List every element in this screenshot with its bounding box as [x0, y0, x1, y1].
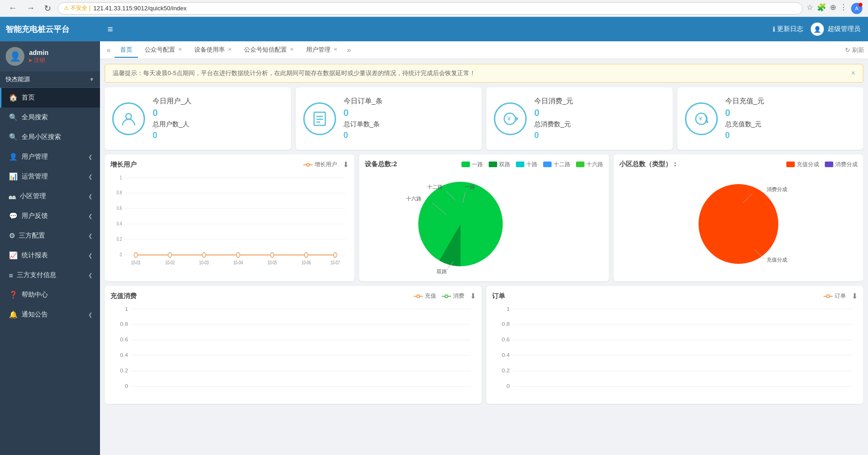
sidebar-user-avatar: 👤	[6, 47, 24, 66]
tab-sms-config-close[interactable]: ✕	[290, 46, 294, 53]
order-legend-item: 订单	[823, 292, 846, 300]
sidebar-item-community-search[interactable]: 🔍 全局小区搜索	[0, 127, 100, 147]
community-management-icon: 🏘	[9, 193, 16, 201]
header-user-button[interactable]: 👤 超级管理员	[811, 23, 860, 36]
user-management-icon: 👤	[9, 153, 18, 161]
notice-close-button[interactable]: ×	[851, 69, 855, 77]
device-pie-area: 十六路 十二路 一路 双路	[365, 172, 603, 276]
device-chart-header: 设备总数:2 一路 双路	[365, 160, 603, 169]
recharge-chart-download-button[interactable]: ⬇	[470, 292, 476, 301]
refresh-tab-button[interactable]: ↻ 刷新	[845, 46, 864, 54]
community-legend-recharge-label: 充值分成	[797, 161, 819, 169]
stat-total-value-users: 0	[153, 131, 192, 140]
stat-total-value-recharge: 0	[725, 131, 764, 140]
svg-point-29	[168, 253, 171, 257]
recharge-icon: ¥	[685, 102, 718, 135]
growth-chart-download-button[interactable]: ⬇	[343, 160, 349, 169]
stat-card-users: 今日用户_人 0 总用户数_人 0	[105, 87, 291, 150]
svg-text:1: 1	[125, 306, 128, 312]
device-chart-legend: 一路 双路 十路 十二	[461, 161, 603, 169]
device-legend-shuanglu-label: 双路	[499, 161, 510, 169]
tab-wechat-config-close[interactable]: ✕	[178, 46, 182, 53]
hamburger-menu-button[interactable]: ≡	[108, 24, 113, 35]
header-user-avatar: 👤	[811, 23, 824, 36]
update-log-button[interactable]: ℹ 更新日志	[773, 25, 803, 33]
order-chart-header: 订单 订单 ⬇	[492, 292, 858, 301]
sidebar-item-operations[interactable]: 📊 运营管理 ❮	[0, 167, 100, 186]
sidebar-item-home[interactable]: 🏠 首页	[0, 88, 100, 108]
org-arrow-icon: ▼	[89, 77, 94, 82]
header-right: ℹ 更新日志 👤 超级管理员	[773, 23, 860, 36]
profile-icon[interactable]: ⊕	[830, 3, 836, 14]
extensions-icon[interactable]: 🧩	[817, 3, 826, 14]
tab-device-usage[interactable]: 设备使用率 ✕	[189, 43, 238, 58]
sidebar-item-help[interactable]: ❓ 帮助中心	[0, 285, 100, 305]
svg-text:0.2: 0.2	[117, 236, 122, 242]
body-area: 温馨提示：每天凌晨0-5点期间，平台在进行数据统计分析，在此期间可能存在数据延时…	[100, 59, 868, 455]
top-header: ≡ ℹ 更新日志 👤 超级管理员	[100, 17, 868, 41]
menu-icon[interactable]: ⋮	[840, 3, 847, 14]
community-management-arrow-icon: ❮	[88, 193, 92, 200]
sidebar-org-selector[interactable]: 快杰能源 ▼	[0, 71, 100, 88]
svg-point-28	[134, 253, 138, 257]
tab-next-button[interactable]: »	[344, 44, 354, 56]
sidebar-item-statistics[interactable]: 📈 统计报表 ❮	[0, 246, 100, 265]
sidebar-item-feedback[interactable]: 💬 用户反馈 ❮	[0, 206, 100, 226]
sidebar-item-third-party-config[interactable]: ⚙ 三方配置 ❮	[0, 226, 100, 246]
order-chart-card: 订单 订单 ⬇	[486, 286, 863, 404]
sidebar: 智能充电桩云平台 👤 admin 注销 快杰能源 ▼ 🏠 首页 🔍	[0, 17, 100, 455]
forward-button[interactable]: →	[23, 2, 38, 14]
svg-point-32	[270, 253, 274, 257]
refresh-button[interactable]: ↻	[41, 2, 54, 15]
svg-text:0.6: 0.6	[117, 205, 122, 211]
tab-wechat-config[interactable]: 公众号配置 ✕	[139, 43, 188, 58]
browser-user-avatar[interactable]: A	[851, 3, 862, 14]
header-user-name: 超级管理员	[828, 25, 860, 33]
device-legend-yilu-label: 一路	[472, 161, 483, 169]
tab-device-usage-close[interactable]: ✕	[228, 46, 232, 53]
recharge-chart-title: 充值消费	[110, 292, 137, 301]
device-legend-yilu: 一路	[461, 161, 483, 169]
app-title: 智能充电桩云平台	[6, 24, 69, 35]
consumption-legend-line	[442, 296, 451, 297]
community-pie-chart-card: 小区总数（类型）： 充值分成 消费分成 消费分成	[614, 154, 863, 281]
sidebar-user-section: 👤 admin 注销	[0, 41, 100, 71]
sidebar-item-community-management[interactable]: 🏘 小区管理 ❮	[0, 186, 100, 206]
stat-value-today-users: 0	[153, 108, 192, 118]
main-content: ≡ ℹ 更新日志 👤 超级管理员 « 首页 公众号配置 ✕	[100, 17, 868, 455]
stat-value-today-recharge: 0	[725, 108, 764, 118]
stat-card-recharge: ¥ 今日充值_元 0 总充值数_元 0	[677, 87, 864, 150]
star-icon[interactable]: ☆	[807, 3, 813, 14]
stat-info-consumption: 今日消费_元 0 总消费数_元 0	[534, 97, 573, 140]
tab-prev-button[interactable]: «	[104, 44, 114, 56]
stat-label-today-users: 今日用户_人	[153, 97, 192, 106]
svg-text:1: 1	[120, 175, 122, 181]
tab-user-management-close[interactable]: ✕	[333, 46, 338, 53]
stat-total-label-users: 总用户数_人	[153, 120, 192, 129]
tab-sms-config[interactable]: 公众号短信配置 ✕	[238, 43, 300, 58]
tab-home[interactable]: 首页	[115, 43, 138, 58]
url-bar[interactable]: ⚠ 不安全 | 121.41.33.115:9012/quick50/index	[58, 2, 803, 15]
tab-user-management[interactable]: 用户管理 ✕	[300, 43, 343, 58]
recharge-chart-header: 充值消费 充值	[110, 292, 476, 301]
order-line-chart: 0 0.2 0.4 0.6 0.8 1	[492, 304, 858, 398]
sidebar-item-notification[interactable]: 🔔 通知公告 ❮	[0, 305, 100, 324]
tab-device-usage-label: 设备使用率	[194, 46, 225, 54]
svg-text:10-03: 10-03	[199, 260, 208, 266]
back-button[interactable]: ←	[6, 2, 20, 14]
growth-legend-line	[303, 164, 313, 165]
app-container: 智能充电桩云平台 👤 admin 注销 快杰能源 ▼ 🏠 首页 🔍	[0, 17, 868, 455]
sidebar-item-user-management[interactable]: 👤 用户管理 ❮	[0, 147, 100, 167]
operations-icon: 📊	[9, 172, 18, 181]
sidebar-item-payment-info[interactable]: ≡ 三方支付信息 ❮	[0, 265, 100, 285]
community-legend-recharge: 充值分成	[786, 161, 819, 169]
order-chart-download-button[interactable]: ⬇	[852, 292, 858, 301]
logout-button[interactable]: 注销	[29, 56, 48, 64]
sidebar-item-global-search[interactable]: 🔍 全局搜索	[0, 108, 100, 127]
stat-info-recharge: 今日充值_元 0 总充值数_元 0	[725, 97, 764, 140]
nav-label-global-search: 全局搜索	[22, 113, 48, 122]
nav-label-third-party-config: 三方配置	[19, 231, 45, 240]
svg-text:0.2: 0.2	[120, 368, 128, 373]
growth-chart-title: 增长用户	[110, 161, 137, 169]
growth-chart-header: 增长用户 增长用户 ⬇	[110, 160, 349, 169]
